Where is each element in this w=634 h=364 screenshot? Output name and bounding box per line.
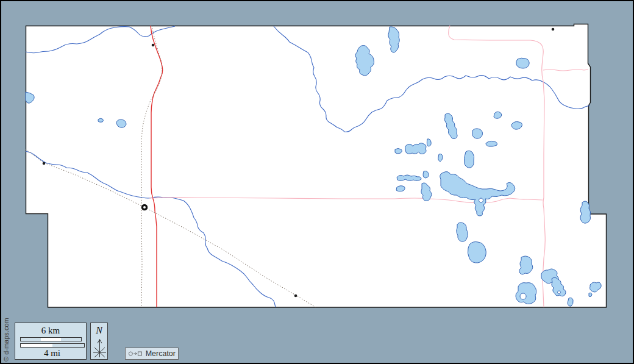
lake <box>98 118 104 122</box>
lake <box>423 171 429 179</box>
map-page: 6 km 4 mi N <box>0 0 634 364</box>
compass-arrow-icon <box>91 337 109 360</box>
lake <box>457 223 468 241</box>
lake <box>395 149 402 154</box>
lake <box>116 120 126 127</box>
lake <box>486 141 497 146</box>
north-label: N <box>91 325 107 336</box>
city-ring-marker <box>142 205 146 209</box>
scale-segment <box>41 338 61 341</box>
scale-segment <box>61 338 81 341</box>
lake <box>568 298 573 306</box>
lake <box>405 143 427 154</box>
map-canvas <box>1 1 634 364</box>
scale-segment <box>52 344 84 347</box>
lake <box>427 139 431 146</box>
scale-segment <box>21 344 52 347</box>
town-dot <box>552 28 555 31</box>
lake <box>519 256 533 274</box>
town-dot <box>152 44 155 47</box>
scale-mi-label: 4 mi <box>20 349 84 358</box>
lake <box>580 201 591 223</box>
lake <box>438 154 443 162</box>
scale-km-bar <box>20 337 82 341</box>
projection-label: Mercator <box>146 349 176 358</box>
projection-transform-icon <box>128 349 143 358</box>
lake <box>494 112 502 118</box>
lake <box>589 293 592 296</box>
town-dot <box>294 294 297 298</box>
lake <box>396 186 405 191</box>
lake <box>468 242 486 263</box>
scale-bar: 6 km 4 mi <box>15 323 87 360</box>
scale-mi-bar <box>20 343 85 348</box>
scale-km-label: 6 km <box>20 326 81 335</box>
projection-box: Mercator <box>125 348 179 360</box>
lake <box>516 58 529 68</box>
lake <box>516 283 536 304</box>
scale-segment <box>21 338 41 341</box>
copyright-watermark: © d-maps.com <box>2 313 10 362</box>
north-indicator: N <box>90 323 108 360</box>
lake <box>472 129 483 138</box>
lake <box>464 151 474 168</box>
town-dot <box>43 162 46 165</box>
